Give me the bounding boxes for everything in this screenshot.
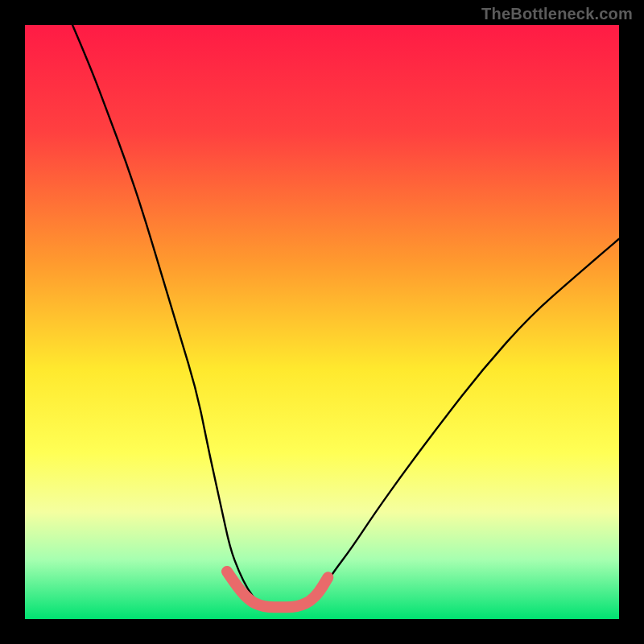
chart-svg (25, 25, 619, 619)
branding-watermark: TheBottleneck.com (481, 5, 633, 23)
chart-plot-area (25, 25, 619, 619)
outer-frame: TheBottleneck.com (0, 0, 644, 644)
chart-background (25, 25, 619, 619)
